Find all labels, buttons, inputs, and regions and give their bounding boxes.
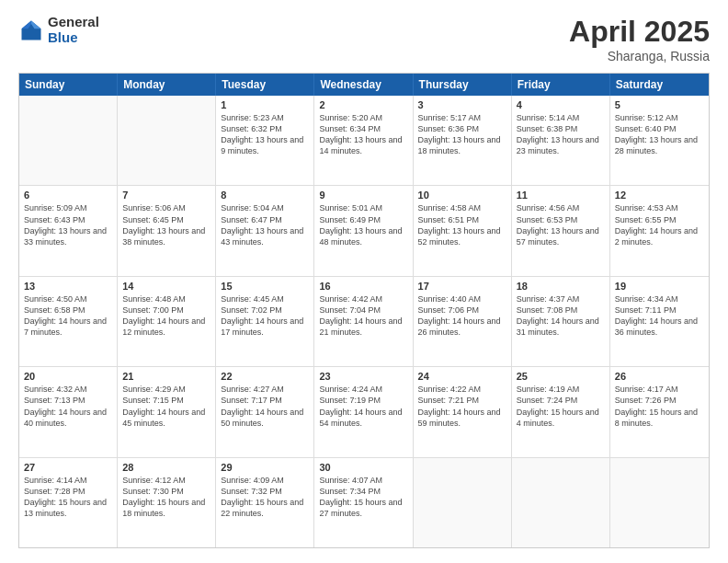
header-wednesday: Wednesday	[314, 74, 413, 96]
cal-cell-4-4: 23Sunrise: 4:24 AM Sunset: 7:19 PM Dayli…	[314, 367, 413, 456]
day-info: Sunrise: 4:53 AM Sunset: 6:55 PM Dayligh…	[615, 202, 704, 247]
day-info: Sunrise: 5:23 AM Sunset: 6:32 PM Dayligh…	[221, 112, 309, 157]
day-number: 11	[517, 190, 605, 201]
day-info: Sunrise: 4:42 AM Sunset: 7:04 PM Dayligh…	[319, 293, 407, 339]
day-number: 2	[319, 99, 407, 110]
day-number: 24	[418, 371, 506, 382]
cal-cell-5-1: 27Sunrise: 4:14 AM Sunset: 7:28 PM Dayli…	[19, 458, 118, 547]
day-number: 17	[418, 281, 506, 292]
day-number: 22	[221, 371, 309, 382]
day-info: Sunrise: 4:37 AM Sunset: 7:08 PM Dayligh…	[517, 293, 605, 339]
day-number: 8	[221, 190, 309, 201]
title-block: April 2025 Sharanga, Russia	[569, 15, 710, 63]
cal-week-3: 13Sunrise: 4:50 AM Sunset: 6:58 PM Dayli…	[19, 277, 709, 367]
day-info: Sunrise: 5:06 AM Sunset: 6:45 PM Dayligh…	[122, 202, 210, 247]
cal-cell-1-5: 3Sunrise: 5:17 AM Sunset: 6:36 PM Daylig…	[414, 96, 512, 185]
cal-cell-4-7: 26Sunrise: 4:17 AM Sunset: 7:26 PM Dayli…	[610, 367, 709, 456]
title-month: April 2025	[569, 15, 710, 49]
day-number: 30	[319, 462, 407, 473]
cal-cell-1-3: 1Sunrise: 5:23 AM Sunset: 6:32 PM Daylig…	[216, 96, 314, 185]
day-info: Sunrise: 4:24 AM Sunset: 7:19 PM Dayligh…	[319, 384, 407, 429]
day-info: Sunrise: 4:09 AM Sunset: 7:32 PM Dayligh…	[221, 475, 309, 520]
cal-cell-5-6	[512, 458, 610, 547]
cal-cell-5-2: 28Sunrise: 4:12 AM Sunset: 7:30 PM Dayli…	[118, 458, 216, 547]
logo-icon	[18, 17, 44, 43]
logo-blue-text: Blue	[48, 30, 99, 46]
cal-week-4: 20Sunrise: 4:32 AM Sunset: 7:13 PM Dayli…	[19, 367, 709, 457]
header-saturday: Saturday	[610, 74, 709, 96]
day-number: 18	[517, 281, 605, 292]
day-number: 29	[221, 462, 309, 473]
cal-cell-4-5: 24Sunrise: 4:22 AM Sunset: 7:21 PM Dayli…	[414, 367, 512, 456]
cal-cell-5-3: 29Sunrise: 4:09 AM Sunset: 7:32 PM Dayli…	[216, 458, 314, 547]
cal-cell-4-1: 20Sunrise: 4:32 AM Sunset: 7:13 PM Dayli…	[19, 367, 118, 456]
cal-cell-1-1	[19, 96, 118, 185]
day-info: Sunrise: 4:22 AM Sunset: 7:21 PM Dayligh…	[418, 384, 506, 429]
cal-week-5: 27Sunrise: 4:14 AM Sunset: 7:28 PM Dayli…	[19, 458, 709, 547]
cal-cell-3-5: 17Sunrise: 4:40 AM Sunset: 7:06 PM Dayli…	[414, 277, 512, 366]
cal-cell-2-4: 9Sunrise: 5:01 AM Sunset: 6:49 PM Daylig…	[314, 186, 413, 275]
header-monday: Monday	[118, 74, 216, 96]
calendar-header: Sunday Monday Tuesday Wednesday Thursday…	[19, 74, 709, 96]
day-number: 6	[24, 190, 112, 201]
cal-cell-3-4: 16Sunrise: 4:42 AM Sunset: 7:04 PM Dayli…	[314, 277, 413, 366]
cal-cell-2-7: 12Sunrise: 4:53 AM Sunset: 6:55 PM Dayli…	[610, 186, 709, 275]
day-info: Sunrise: 5:09 AM Sunset: 6:43 PM Dayligh…	[24, 202, 112, 247]
day-info: Sunrise: 4:14 AM Sunset: 7:28 PM Dayligh…	[24, 475, 112, 520]
cal-cell-3-2: 14Sunrise: 4:48 AM Sunset: 7:00 PM Dayli…	[118, 277, 216, 366]
day-info: Sunrise: 4:17 AM Sunset: 7:26 PM Dayligh…	[615, 384, 704, 429]
day-number: 12	[615, 190, 704, 201]
calendar: Sunday Monday Tuesday Wednesday Thursday…	[18, 73, 710, 548]
day-number: 1	[221, 99, 309, 110]
day-number: 19	[615, 281, 704, 292]
cal-cell-2-3: 8Sunrise: 5:04 AM Sunset: 6:47 PM Daylig…	[216, 186, 314, 275]
day-info: Sunrise: 4:34 AM Sunset: 7:11 PM Dayligh…	[615, 293, 704, 339]
day-info: Sunrise: 4:45 AM Sunset: 7:02 PM Dayligh…	[221, 293, 309, 339]
logo-general-text: General	[48, 15, 99, 30]
day-number: 16	[319, 281, 407, 292]
day-number: 15	[221, 281, 309, 292]
header-sunday: Sunday	[19, 74, 118, 96]
day-info: Sunrise: 5:14 AM Sunset: 6:38 PM Dayligh…	[517, 112, 605, 157]
logo-text: General Blue	[48, 15, 99, 45]
cal-cell-5-7	[610, 458, 709, 547]
page: General Blue April 2025 Sharanga, Russia…	[0, 0, 728, 563]
cal-cell-3-3: 15Sunrise: 4:45 AM Sunset: 7:02 PM Dayli…	[216, 277, 314, 366]
cal-cell-1-7: 5Sunrise: 5:12 AM Sunset: 6:40 PM Daylig…	[610, 96, 709, 185]
day-number: 28	[122, 462, 210, 473]
day-number: 7	[122, 190, 210, 201]
calendar-body: 1Sunrise: 5:23 AM Sunset: 6:32 PM Daylig…	[19, 96, 709, 547]
cal-week-1: 1Sunrise: 5:23 AM Sunset: 6:32 PM Daylig…	[19, 96, 709, 186]
day-info: Sunrise: 5:12 AM Sunset: 6:40 PM Dayligh…	[615, 112, 704, 157]
title-location: Sharanga, Russia	[569, 49, 710, 63]
day-info: Sunrise: 4:50 AM Sunset: 6:58 PM Dayligh…	[24, 293, 112, 339]
day-number: 9	[319, 190, 407, 201]
day-info: Sunrise: 5:01 AM Sunset: 6:49 PM Dayligh…	[319, 202, 407, 247]
day-info: Sunrise: 4:19 AM Sunset: 7:24 PM Dayligh…	[517, 384, 605, 429]
cal-cell-3-1: 13Sunrise: 4:50 AM Sunset: 6:58 PM Dayli…	[19, 277, 118, 366]
day-number: 25	[517, 371, 605, 382]
cal-cell-1-2	[118, 96, 216, 185]
day-number: 3	[418, 99, 506, 110]
day-info: Sunrise: 4:58 AM Sunset: 6:51 PM Dayligh…	[418, 202, 506, 247]
cal-cell-2-6: 11Sunrise: 4:56 AM Sunset: 6:53 PM Dayli…	[512, 186, 610, 275]
cal-cell-2-1: 6Sunrise: 5:09 AM Sunset: 6:43 PM Daylig…	[19, 186, 118, 275]
cal-cell-1-4: 2Sunrise: 5:20 AM Sunset: 6:34 PM Daylig…	[314, 96, 413, 185]
day-info: Sunrise: 5:17 AM Sunset: 6:36 PM Dayligh…	[418, 112, 506, 157]
day-number: 5	[615, 99, 704, 110]
cal-cell-5-5	[414, 458, 512, 547]
cal-cell-1-6: 4Sunrise: 5:14 AM Sunset: 6:38 PM Daylig…	[512, 96, 610, 185]
cal-cell-2-5: 10Sunrise: 4:58 AM Sunset: 6:51 PM Dayli…	[414, 186, 512, 275]
header-tuesday: Tuesday	[216, 74, 314, 96]
day-info: Sunrise: 4:12 AM Sunset: 7:30 PM Dayligh…	[122, 475, 210, 520]
logo: General Blue	[18, 15, 99, 45]
day-info: Sunrise: 4:29 AM Sunset: 7:15 PM Dayligh…	[122, 384, 210, 429]
day-info: Sunrise: 4:32 AM Sunset: 7:13 PM Dayligh…	[24, 384, 112, 429]
header-friday: Friday	[512, 74, 610, 96]
cal-cell-3-6: 18Sunrise: 4:37 AM Sunset: 7:08 PM Dayli…	[512, 277, 610, 366]
day-number: 14	[122, 281, 210, 292]
cal-cell-4-2: 21Sunrise: 4:29 AM Sunset: 7:15 PM Dayli…	[118, 367, 216, 456]
day-number: 10	[418, 190, 506, 201]
cal-cell-4-3: 22Sunrise: 4:27 AM Sunset: 7:17 PM Dayli…	[216, 367, 314, 456]
day-number: 23	[319, 371, 407, 382]
